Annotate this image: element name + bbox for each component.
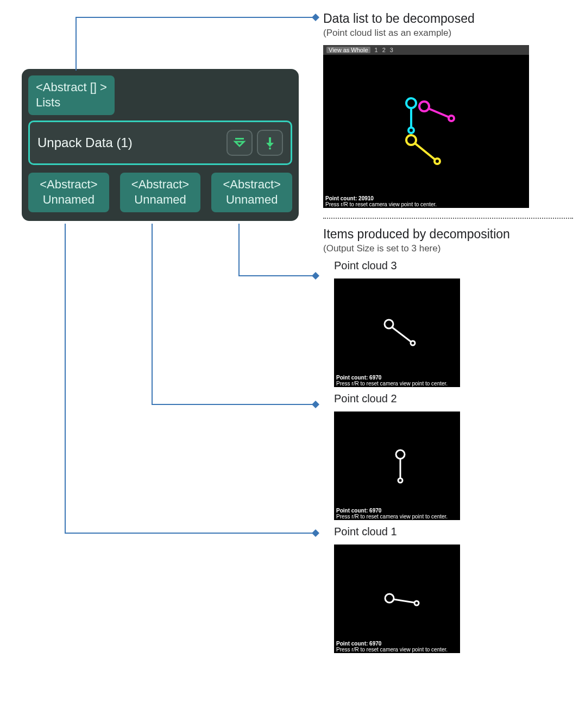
point-count-text: Point count: 6970 bbox=[336, 375, 458, 381]
output-port-1[interactable]: <Abstract> Unnamed bbox=[120, 173, 201, 212]
output-port-name: Unnamed bbox=[125, 192, 196, 207]
reset-hint: Press r/R to reset camera view point to … bbox=[325, 201, 527, 208]
arrow-down-icon bbox=[263, 136, 277, 150]
tab-2[interactable]: 2 bbox=[382, 47, 386, 53]
section-divider bbox=[323, 218, 573, 219]
svg-point-11 bbox=[435, 159, 440, 164]
point-count-text: Point count: 6970 bbox=[336, 641, 458, 647]
pointcloud-viewer-pc3[interactable]: Point count: 6970 Press r/R to reset cam… bbox=[334, 278, 460, 387]
viewer-footer-pc1: Point count: 6970 Press r/R to reset cam… bbox=[334, 640, 460, 653]
output-port-2[interactable]: <Abstract> Unnamed bbox=[211, 173, 292, 212]
svg-point-20 bbox=[414, 601, 419, 605]
outputs-annotation-title: Items produced by decomposition bbox=[323, 226, 570, 242]
svg-point-8 bbox=[449, 116, 454, 121]
item-label-pc3: Point cloud 3 bbox=[334, 259, 570, 272]
reorder-button[interactable] bbox=[226, 130, 253, 156]
input-port-name: Lists bbox=[36, 95, 107, 110]
reset-hint: Press r/R to reset camera view point to … bbox=[336, 647, 458, 653]
reorder-icon bbox=[232, 136, 247, 150]
down-button[interactable] bbox=[257, 130, 283, 156]
svg-point-14 bbox=[411, 341, 415, 345]
input-port-type: <Abstract [] > bbox=[36, 80, 107, 95]
node-title: Unpack Data (1) bbox=[37, 135, 133, 150]
svg-point-6 bbox=[419, 102, 429, 111]
input-annotation-title: Data list to be decomposed bbox=[323, 11, 570, 27]
viewer-canvas-pc3[interactable] bbox=[334, 278, 460, 374]
svg-point-5 bbox=[408, 128, 414, 133]
svg-line-13 bbox=[392, 327, 411, 341]
pointcloud-viewer-pc2[interactable]: Point count: 6970 Press r/R to reset cam… bbox=[334, 412, 460, 520]
svg-point-9 bbox=[406, 135, 416, 145]
svg-point-2 bbox=[269, 148, 271, 150]
item-label-pc1: Point cloud 1 bbox=[334, 526, 570, 538]
outputs-annotation-sub: (Output Size is set to 3 here) bbox=[323, 243, 570, 254]
node-icons bbox=[226, 130, 283, 156]
svg-marker-21 bbox=[312, 14, 319, 21]
right-column: Data list to be decomposed (Point cloud … bbox=[323, 11, 570, 653]
node-title-row: Unpack Data (1) bbox=[28, 121, 292, 165]
reset-hint: Press r/R to reset camera view point to … bbox=[336, 381, 458, 387]
input-annotation-sub: (Point cloud list as an example) bbox=[323, 28, 570, 39]
pointcloud-viewer-pc1[interactable]: Point count: 6970 Press r/R to reset cam… bbox=[334, 545, 460, 653]
svg-point-3 bbox=[406, 98, 416, 108]
tab-whole[interactable]: View as Whole bbox=[326, 47, 370, 53]
viewer-footer-pc3: Point count: 6970 Press r/R to reset cam… bbox=[334, 374, 460, 387]
output-port-type: <Abstract> bbox=[125, 177, 196, 192]
input-port[interactable]: <Abstract [] > Lists bbox=[28, 75, 115, 115]
item-label-pc2: Point cloud 2 bbox=[334, 393, 570, 405]
tab-1[interactable]: 1 bbox=[375, 47, 378, 53]
reset-hint: Press r/R to reset camera view point to … bbox=[336, 514, 458, 520]
unpack-node: <Abstract [] > Lists Unpack Data (1) bbox=[22, 69, 299, 221]
svg-marker-24 bbox=[312, 529, 319, 537]
output-port-0[interactable]: <Abstract> Unnamed bbox=[28, 173, 109, 212]
viewer-footer-pc2: Point count: 6970 Press r/R to reset cam… bbox=[334, 507, 460, 520]
output-ports: <Abstract> Unnamed <Abstract> Unnamed <A… bbox=[28, 173, 292, 212]
viewer-footer: Point count: 20910 Press r/R to reset ca… bbox=[323, 195, 529, 208]
svg-line-19 bbox=[394, 599, 414, 603]
pointcloud-viewer-main[interactable]: View as Whole 1 2 3 bbox=[323, 45, 529, 208]
viewer-tabs: View as Whole 1 2 3 bbox=[323, 45, 529, 55]
wrench-icon bbox=[382, 591, 431, 612]
wrench-icon bbox=[388, 447, 416, 490]
wrench-glyphs-icon bbox=[388, 96, 475, 172]
wrench-icon bbox=[380, 316, 429, 354]
viewer-canvas-pc1[interactable] bbox=[334, 545, 460, 640]
point-count-text: Point count: 6970 bbox=[336, 508, 458, 514]
svg-marker-22 bbox=[312, 272, 319, 280]
svg-line-10 bbox=[415, 143, 435, 160]
tab-3[interactable]: 3 bbox=[390, 47, 393, 53]
output-port-name: Unnamed bbox=[217, 192, 287, 207]
output-port-name: Unnamed bbox=[34, 192, 104, 207]
output-port-type: <Abstract> bbox=[34, 177, 104, 192]
svg-line-7 bbox=[429, 109, 449, 117]
svg-point-17 bbox=[398, 478, 402, 483]
svg-point-12 bbox=[385, 320, 393, 328]
svg-rect-0 bbox=[235, 138, 244, 140]
viewer-canvas[interactable] bbox=[323, 55, 529, 195]
svg-marker-23 bbox=[312, 401, 319, 408]
output-port-type: <Abstract> bbox=[217, 177, 287, 192]
svg-point-15 bbox=[396, 450, 405, 459]
svg-point-18 bbox=[385, 594, 394, 603]
viewer-canvas-pc2[interactable] bbox=[334, 412, 460, 507]
point-count-text: Point count: 20910 bbox=[325, 195, 527, 202]
